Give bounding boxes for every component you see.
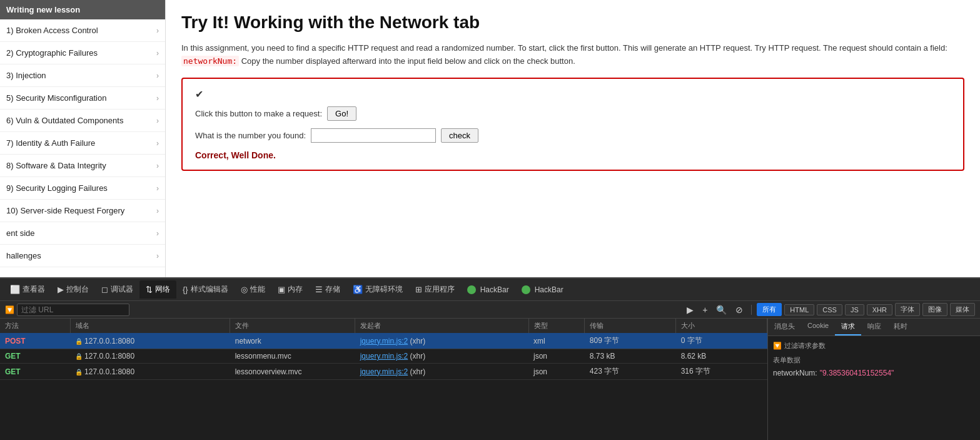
sidebar-item-software-data[interactable]: 8) Software & Data Integrity › <box>0 155 165 177</box>
tab-hackbar2[interactable]: HackBar <box>515 282 570 298</box>
search-button[interactable]: 🔍 <box>713 304 730 316</box>
sidebar-item-broken-access[interactable]: 1) Broken Access Control › <box>0 19 165 42</box>
tab-inspector[interactable]: ⬜ 查看器 <box>4 280 51 299</box>
check-mark-icon: ✔ <box>195 88 951 100</box>
filter-all[interactable]: 所有 <box>757 303 782 316</box>
transfer-cell: 8.73 kB <box>585 349 676 364</box>
tab-cookie[interactable]: Cookie <box>801 319 835 335</box>
sidebar-item-label: 1) Broken Access Control <box>6 26 98 35</box>
filter-input[interactable] <box>17 304 129 316</box>
initiator-cell: jquery.min.js:2 (xhr) <box>355 349 528 364</box>
style-icon: {} <box>183 285 188 294</box>
tab-style-editor[interactable]: {} 样式编辑器 <box>176 280 235 299</box>
sidebar-item-client-side[interactable]: ent side › <box>0 222 165 245</box>
lock-icon: 🔒 <box>75 369 83 376</box>
filter-css[interactable]: CSS <box>817 304 842 315</box>
sidebar-item-security-misconfig[interactable]: 5) Security Misconfiguration › <box>0 87 165 110</box>
filter-xhr[interactable]: XHR <box>867 304 892 315</box>
check-button[interactable]: check <box>441 128 478 143</box>
sidebar-item-identity-auth[interactable]: 7) Identity & Auth Failure › <box>0 132 165 155</box>
tab-debugger[interactable]: ◻ 调试器 <box>95 280 139 299</box>
tab-performance[interactable]: ◎ 性能 <box>235 280 271 299</box>
chevron-right-icon: › <box>156 252 159 260</box>
accessibility-icon: ♿ <box>353 285 363 294</box>
page-title: Try It! Working with the Network tab <box>181 13 964 33</box>
number-input[interactable] <box>311 128 436 143</box>
filter-media[interactable]: 媒体 <box>950 303 975 316</box>
sidebar-item-crypto[interactable]: 2) Cryptographic Failures › <box>0 42 165 64</box>
chevron-right-icon: › <box>156 161 159 170</box>
inspector-icon: ⬜ <box>10 285 20 294</box>
type-cell: json <box>528 349 585 364</box>
chevron-right-icon: › <box>156 184 159 193</box>
tab-response[interactable]: 响应 <box>861 319 887 335</box>
sidebar-item-label: 8) Software & Data Integrity <box>6 161 106 170</box>
tab-request[interactable]: 请求 <box>835 319 861 335</box>
tab-timing[interactable]: 耗时 <box>887 319 914 335</box>
sidebar-item-label: 7) Identity & Auth Failure <box>6 138 95 148</box>
chevron-right-icon: › <box>156 71 159 80</box>
block-button[interactable]: ⊘ <box>732 304 746 316</box>
network-icon: ⇅ <box>146 285 153 294</box>
tab-hackbar1[interactable]: HackBar <box>461 282 515 298</box>
sidebar-item-label: 6) Vuln & Outdated Components <box>6 116 123 125</box>
tab-application[interactable]: ⊞ 应用程序 <box>409 280 461 299</box>
debugger-icon: ◻ <box>101 285 108 294</box>
network-num-value: "9.385360415152554" <box>820 369 894 377</box>
col-initiator: 发起者 <box>355 319 528 333</box>
sidebar: Writing new lesson 1) Broken Access Cont… <box>0 0 166 277</box>
method-cell: POST <box>0 333 70 349</box>
storage-icon: ☰ <box>315 285 323 294</box>
sidebar-item-label: 3) Injection <box>6 71 46 80</box>
tab-accessibility[interactable]: ♿ 无障碍环境 <box>346 280 409 299</box>
domain-cell: 🔒127.0.0.1:8080 <box>70 349 230 364</box>
col-file: 文件 <box>230 319 355 333</box>
sidebar-item-challenges[interactable]: hallenges › <box>0 245 165 267</box>
filter-html[interactable]: HTML <box>784 304 814 315</box>
request-panel: 消息头 Cookie 请求 响应 耗时 🔽 过滤请求参数 表单数据 networ… <box>767 319 980 440</box>
sidebar-item-server-side[interactable]: 10) Server-side Request Forgery › <box>0 200 165 222</box>
filter-icon: 🔽 <box>5 305 14 314</box>
tab-memory[interactable]: ▣ 内存 <box>271 280 309 299</box>
sidebar-item-label: 2) Cryptographic Failures <box>6 48 98 58</box>
col-domain: 域名 <box>70 319 230 333</box>
tab-console[interactable]: ▶ 控制台 <box>51 280 95 299</box>
sidebar-item-label: 5) Security Misconfiguration <box>6 93 106 103</box>
form-data-label: 表单数据 <box>773 356 975 365</box>
chevron-right-icon: › <box>156 94 159 103</box>
filter-image[interactable]: 图像 <box>922 303 947 316</box>
file-cell: lessonoverview.mvc <box>230 364 355 380</box>
exercise-box: ✔ Click this button to make a request: G… <box>181 78 964 171</box>
devtools-panel: ⬜ 查看器 ▶ 控制台 ◻ 调试器 ⇅ 网络 {} 样式编辑器 ◎ 性能 ▣ 内… <box>0 277 980 440</box>
add-button[interactable]: + <box>699 304 710 316</box>
table-row[interactable]: GET 🔒127.0.0.1:8080 lessonmenu.mvc jquer… <box>0 349 767 364</box>
correct-text: Correct, Well Done. <box>195 150 951 160</box>
sidebar-item-label: ent side <box>6 228 35 238</box>
lock-icon: 🔒 <box>75 353 83 360</box>
sidebar-header: Writing new lesson <box>0 0 165 19</box>
tab-network[interactable]: ⇅ 网络 <box>139 280 176 299</box>
go-button[interactable]: Go! <box>327 106 356 121</box>
lock-icon: 🔒 <box>75 338 83 345</box>
tab-storage[interactable]: ☰ 存储 <box>309 280 346 299</box>
sidebar-item-vuln-outdated[interactable]: 6) Vuln & Outdated Components › <box>0 110 165 132</box>
sidebar-item-label: 10) Server-side Request Forgery <box>6 206 124 215</box>
size-cell: 316 字节 <box>676 364 767 380</box>
sidebar-item-security-logging[interactable]: 9) Security Logging Failures › <box>0 177 165 200</box>
network-table: 方法 域名 文件 发起者 类型 传输 大小 POST 🔒127.0.0.1:80… <box>0 319 767 440</box>
file-cell: network <box>230 333 355 349</box>
method-cell: GET <box>0 364 70 380</box>
chevron-right-icon: › <box>156 229 159 238</box>
toolbar-right: ▶ + 🔍 ⊘ 所有 HTML CSS JS XHR 字体 图像 媒体 <box>684 303 975 316</box>
table-row[interactable]: POST 🔒127.0.0.1:8080 network jquery.min.… <box>0 333 767 349</box>
sidebar-item-injection[interactable]: 3) Injection › <box>0 64 165 87</box>
tab-message-header[interactable]: 消息头 <box>768 319 801 335</box>
table-row[interactable]: GET 🔒127.0.0.1:8080 lessonoverview.mvc j… <box>0 364 767 380</box>
filter-js[interactable]: JS <box>845 304 864 315</box>
play-button[interactable]: ▶ <box>684 304 697 316</box>
code-highlight: networkNum: <box>181 56 239 66</box>
memory-icon: ▣ <box>278 285 285 294</box>
filter-font[interactable]: 字体 <box>895 303 920 316</box>
request-panel-body: 🔽 过滤请求参数 表单数据 networkNum: "9.38536041515… <box>768 336 980 440</box>
devtools-toolbar: 🔽 ▶ + 🔍 ⊘ 所有 HTML CSS JS XHR 字体 图像 媒体 <box>0 301 980 319</box>
